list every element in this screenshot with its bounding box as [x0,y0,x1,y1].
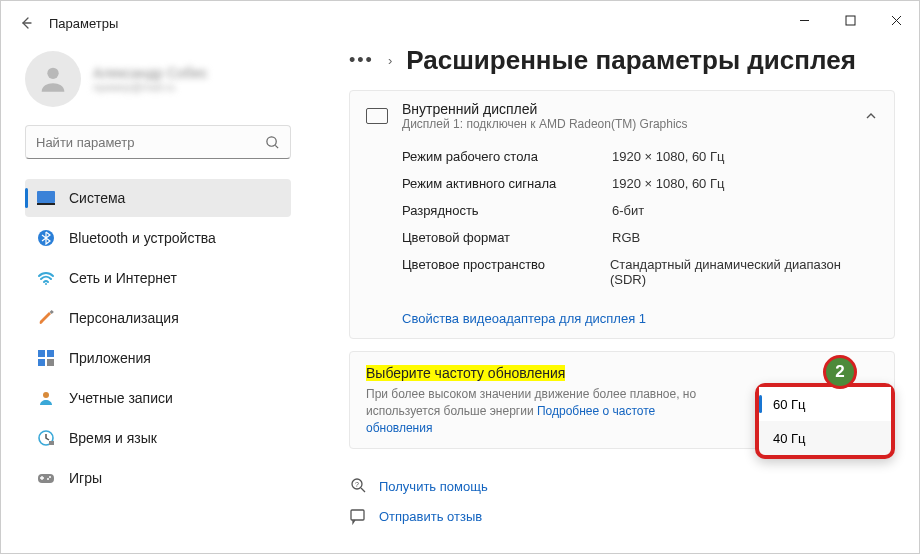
adapter-properties-link[interactable]: Свойства видеоадаптера для дисплея 1 [350,303,894,338]
row-label: Разрядность [402,203,612,218]
minimize-button[interactable] [781,1,827,39]
wifi-icon [37,269,55,287]
display-subtitle: Дисплей 1: подключен к AMD Radeon(TM) Gr… [402,117,688,131]
svg-rect-4 [37,203,55,205]
sidebar: Александр Собес пример@mail.ru Система B… [1,45,301,553]
display-row: Цветовое пространствоСтандартный динамич… [402,251,878,293]
svg-point-2 [267,136,276,145]
sidebar-item-time[interactable]: Время и язык [25,419,291,457]
svg-rect-14 [49,441,54,445]
refresh-title: Выберите частоту обновления [366,365,565,381]
svg-rect-20 [351,510,364,520]
display-row: Разрядность6-бит [402,197,878,224]
footer: ? Получить помощь Отправить отзыв [349,471,895,531]
clock-icon [37,429,55,447]
breadcrumb-more-icon[interactable]: ••• [349,50,374,71]
row-value: RGB [612,230,640,245]
search-box[interactable] [25,125,291,159]
user-icon [37,389,55,407]
display-row: Цветовой форматRGB [402,224,878,251]
row-value: 1920 × 1080, 60 Гц [612,176,724,191]
content-area: ••• › Расширенные параметры дисплея Внут… [301,45,919,553]
breadcrumb: ••• › Расширенные параметры дисплея [349,45,895,76]
brush-icon [37,309,55,327]
row-value: 6-бит [612,203,644,218]
search-icon [265,135,280,150]
sidebar-item-bluetooth[interactable]: Bluetooth и устройства [25,219,291,257]
annotation-badge: 2 [823,355,857,389]
row-value: Стандартный динамический диапазон (SDR) [610,257,878,287]
back-button[interactable] [11,8,41,38]
search-input[interactable] [36,135,265,150]
sidebar-item-apps[interactable]: Приложения [25,339,291,377]
profile-name: Александр Собес [93,65,207,82]
row-label: Режим рабочего стола [402,149,612,164]
window-title: Параметры [49,16,118,31]
game-icon [37,469,55,487]
svg-rect-0 [846,16,855,25]
svg-point-6 [45,283,47,285]
svg-point-12 [43,392,49,398]
svg-rect-11 [47,359,54,366]
profile-email: пример@mail.ru [93,81,207,93]
svg-rect-10 [38,359,45,366]
chevron-up-icon[interactable] [864,109,878,123]
svg-point-1 [47,68,58,79]
svg-point-16 [49,476,51,478]
display-row: Режим рабочего стола1920 × 1080, 60 Гц [402,143,878,170]
page-title: Расширенные параметры дисплея [406,45,856,76]
feedback-icon [349,507,367,525]
row-value: 1920 × 1080, 60 Гц [612,149,724,164]
svg-rect-8 [38,350,45,357]
sidebar-item-network[interactable]: Сеть и Интернет [25,259,291,297]
close-button[interactable] [873,1,919,39]
give-feedback-row[interactable]: Отправить отзыв [349,501,895,531]
help-icon: ? [349,477,367,495]
display-info-card: Внутренний дисплей Дисплей 1: подключен … [349,90,895,339]
refresh-rate-dropdown[interactable]: 60 Гц 40 Гц [755,383,895,459]
display-title: Внутренний дисплей [402,101,688,117]
display-rows: Режим рабочего стола1920 × 1080, 60 ГцРе… [350,141,894,303]
sidebar-item-games[interactable]: Игры [25,459,291,497]
get-help-row[interactable]: ? Получить помощь [349,471,895,501]
display-row: Режим активного сигнала1920 × 1080, 60 Г… [402,170,878,197]
system-icon [37,189,55,207]
monitor-icon [366,108,388,124]
refresh-option-60[interactable]: 60 Гц [759,387,891,421]
refresh-subtitle: При более высоком значении движение боле… [366,386,716,436]
avatar [25,51,81,107]
sidebar-item-personalization[interactable]: Персонализация [25,299,291,337]
apps-icon [37,349,55,367]
row-label: Цветовое пространство [402,257,610,287]
refresh-option-40[interactable]: 40 Гц [759,421,891,455]
row-label: Цветовой формат [402,230,612,245]
chevron-right-icon: › [388,53,392,68]
profile-block[interactable]: Александр Собес пример@mail.ru [25,51,291,107]
sidebar-item-accounts[interactable]: Учетные записи [25,379,291,417]
nav-list: Система Bluetooth и устройства Сеть и Ин… [25,179,291,497]
row-label: Режим активного сигнала [402,176,612,191]
sidebar-item-system[interactable]: Система [25,179,291,217]
display-card-header[interactable]: Внутренний дисплей Дисплей 1: подключен … [350,91,894,141]
svg-rect-3 [37,191,55,203]
maximize-button[interactable] [827,1,873,39]
svg-point-17 [47,478,49,480]
svg-rect-9 [47,350,54,357]
titlebar: Параметры [1,1,919,45]
svg-text:?: ? [355,481,359,488]
bluetooth-icon [37,229,55,247]
